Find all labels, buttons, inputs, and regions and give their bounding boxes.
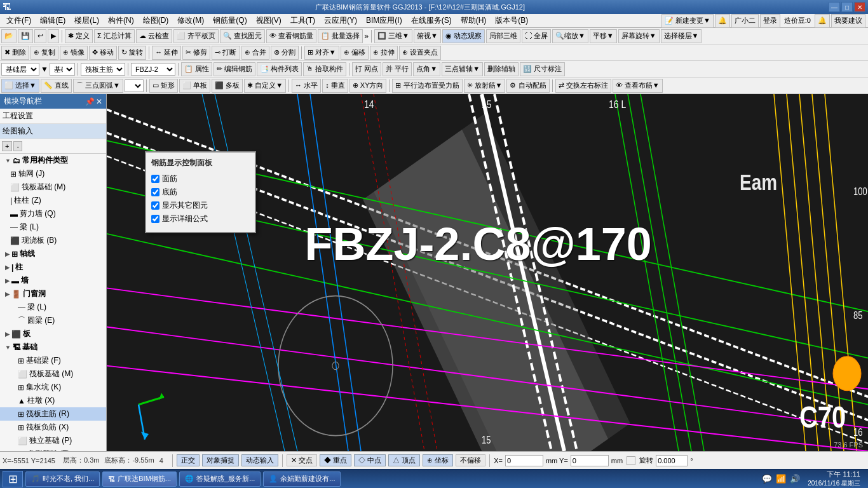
taskbar-browser[interactable]: 🌐 答疑解惑_服务新... xyxy=(179,471,261,487)
parallel-button[interactable]: 并 平行 xyxy=(383,62,412,76)
merge-button[interactable]: ⊕ 合并 xyxy=(241,46,269,60)
menu-modify[interactable]: 修改(M) xyxy=(173,14,208,27)
pick-comp-button[interactable]: 🖱 拾取构件 xyxy=(303,62,346,76)
signal-icon[interactable]: 📶 xyxy=(776,474,786,484)
tree-group-foundation[interactable]: ▼ 🏗 基础 xyxy=(0,341,106,354)
fullscreen-button[interactable]: ⛶ 全屏 xyxy=(522,29,551,43)
select-floor-button[interactable]: 选择楼层▼ xyxy=(661,29,702,43)
sum-button[interactable]: Σ 汇总计算 xyxy=(94,29,135,43)
cloud-check-button[interactable]: ☁ 云检查 xyxy=(136,29,172,43)
delete-button[interactable]: ✖ 删除 xyxy=(1,46,29,60)
line-button[interactable]: 📏 直线 xyxy=(41,79,72,93)
rect-button[interactable]: ▭ 矩形 xyxy=(149,79,178,93)
rotate-checkbox[interactable] xyxy=(627,456,635,465)
select-tool-button[interactable]: ⬜ 选择▼ xyxy=(1,79,39,93)
tree-item-beam2[interactable]: — 梁 (L) xyxy=(0,301,106,314)
stretch-button[interactable]: ⊕ 拉伸 xyxy=(370,46,398,60)
parallel-rebar-button[interactable]: ⊞ 平行边布置受力筋 xyxy=(392,79,462,93)
tree-item-shearwall[interactable]: ▬ 剪力墙 (Q) xyxy=(0,207,106,220)
remove-button[interactable]: - xyxy=(13,141,22,151)
tree-group-common[interactable]: ▼ 🗂 常用构件类型 xyxy=(0,154,106,167)
menu-view[interactable]: 视图(V) xyxy=(252,14,285,27)
delete-aux-button[interactable]: 删除辅轴 xyxy=(484,62,519,76)
menu-help[interactable]: 帮助(H) xyxy=(457,14,491,27)
tree-group-wall[interactable]: ▶ ▬ 墙 xyxy=(0,274,106,287)
horizontal-button[interactable]: ↔ 水平 xyxy=(292,79,321,93)
menu-floor[interactable]: 楼层(L) xyxy=(71,14,103,27)
tree-group-door[interactable]: ▶ 🚪 门窗洞 xyxy=(0,287,106,301)
y-input[interactable] xyxy=(571,455,609,466)
tree-item-column[interactable]: | 柱柱 (Z) xyxy=(0,194,106,207)
three-point-aux-button[interactable]: 三点辅轴▼ xyxy=(442,62,483,76)
checkbox-bottom-rebar[interactable]: 底筋 xyxy=(151,187,250,198)
trim-button[interactable]: ✂ 修剪 xyxy=(182,46,210,60)
arc-select[interactable] xyxy=(125,79,144,92)
checkbox-face-rebar[interactable]: 面筋 xyxy=(151,173,250,184)
dynamic-input-button[interactable]: 动态输入 xyxy=(241,454,278,466)
tree-item-isolated[interactable]: ⬜ 独立基础 (P) xyxy=(0,434,106,447)
grip-button[interactable]: ⊕ 设置夹点 xyxy=(399,46,441,60)
maximize-button[interactable]: □ xyxy=(841,2,853,12)
open-button[interactable]: 📂 xyxy=(1,29,17,43)
comp-select[interactable]: FBZJ-2 xyxy=(131,63,175,76)
layer-select[interactable]: 基础层 xyxy=(1,63,39,76)
zoom-button[interactable]: 🔍缩放▼ xyxy=(552,29,588,43)
menu-draw[interactable]: 绘图(D) xyxy=(139,14,173,27)
face-rebar-checkbox[interactable] xyxy=(151,175,159,183)
midpoint-button[interactable]: ◇ 中点 xyxy=(354,454,386,466)
taskbar-ggj[interactable]: 🏗 广联达BIM钢筋... xyxy=(102,471,177,487)
tree-item-beam[interactable]: — 梁 (L) xyxy=(0,220,106,234)
tree-item-found-beam[interactable]: ⊞ 基础梁 (F) xyxy=(0,354,106,367)
dynamic-observe-button[interactable]: ◉ 动态观察 xyxy=(442,29,485,43)
checkbox-detail-formula[interactable]: 显示详细公式 xyxy=(151,214,250,224)
tree-group-axis[interactable]: ▶ ⊞ 轴线 xyxy=(0,247,106,261)
mirror-button[interactable]: ⊕ 镜像 xyxy=(60,46,88,60)
view-rebar-button[interactable]: 👁 查看钢筋量 xyxy=(266,29,316,43)
ortho-button[interactable]: 正交 xyxy=(177,454,200,466)
tree-group-col[interactable]: ▶ | 柱 xyxy=(0,261,106,274)
x-input[interactable] xyxy=(505,455,543,466)
tree-item-axis[interactable]: ⊞ 轴网 (J) xyxy=(0,167,106,180)
taskbar-user[interactable]: 👤 余娟勤薪建设有... xyxy=(263,471,341,487)
tree-item-column-pier[interactable]: ▲ 柱墩 (X) xyxy=(0,394,106,407)
chat-icon[interactable]: 💬 xyxy=(762,474,772,484)
menu-component[interactable]: 构件(N) xyxy=(104,14,138,27)
node-button[interactable]: 打 网点 xyxy=(352,62,381,76)
swap-label-button[interactable]: ⇄ 交换左右标注 xyxy=(555,79,611,93)
detail-formula-checkbox[interactable] xyxy=(151,215,159,223)
move-button[interactable]: ✥ 移动 xyxy=(89,46,117,60)
property-button[interactable]: 📋 属性 xyxy=(181,62,212,76)
tree-item-raft[interactable]: ⬜ 筏板基础 (M) xyxy=(0,180,106,194)
floor-select[interactable]: 基础 xyxy=(50,63,75,76)
sidebar-pin-icon[interactable]: 📌 xyxy=(85,97,95,106)
sidebar-close-icon[interactable]: ✕ xyxy=(96,97,102,106)
radial-button[interactable]: ✳ 放射筋▼ xyxy=(464,79,506,93)
menu-online[interactable]: 在线服务(S) xyxy=(407,14,456,27)
checkbox-other-element[interactable]: 显示其它图元 xyxy=(151,200,250,211)
extend-button[interactable]: ↔ 延伸 xyxy=(152,46,181,60)
close-button[interactable]: ✕ xyxy=(854,2,865,12)
minimize-button[interactable]: — xyxy=(829,2,840,12)
sidebar-item-drawing[interactable]: 绘图输入 xyxy=(0,124,106,139)
no-offset-button[interactable]: 不偏移 xyxy=(456,454,485,466)
dim-button[interactable]: 🔢 尺寸标注 xyxy=(520,62,565,76)
menu-bim[interactable]: BIM应用(I) xyxy=(362,14,406,27)
other-element-checkbox[interactable] xyxy=(151,201,159,210)
login-button[interactable]: 登录 xyxy=(760,14,780,28)
top-view-button[interactable]: 俯视▼ xyxy=(414,29,441,43)
tree-item-slab[interactable]: ⬛ 现浇板 (B) xyxy=(0,234,106,247)
angle-point-button[interactable]: 点角▼ xyxy=(413,62,440,76)
notify-button[interactable]: 🔔 xyxy=(715,14,730,28)
redo-button[interactable]: ▶ xyxy=(48,29,59,43)
rotate-screen-button[interactable]: 屏幕旋转▼ xyxy=(618,29,660,43)
comp-list-button[interactable]: 📑 构件列表 xyxy=(257,62,302,76)
vertical-button[interactable]: ↕ 垂直 xyxy=(322,79,348,93)
rotate-button[interactable]: ↻ 旋转 xyxy=(118,46,146,60)
guangxiaer-button[interactable]: 广小二 xyxy=(731,14,759,28)
volume-icon[interactable]: 🔊 xyxy=(790,474,800,484)
intersection-button[interactable]: ✕ 交点 xyxy=(287,454,317,466)
auto-rebar-button[interactable]: ⚙ 自动配筋 xyxy=(506,79,549,93)
key-point-button[interactable]: ◆ 重点 xyxy=(320,454,351,466)
menu-cloud[interactable]: 云应用(Y) xyxy=(320,14,361,27)
new-change-button[interactable]: 📝 新建变更▼ xyxy=(661,14,714,28)
